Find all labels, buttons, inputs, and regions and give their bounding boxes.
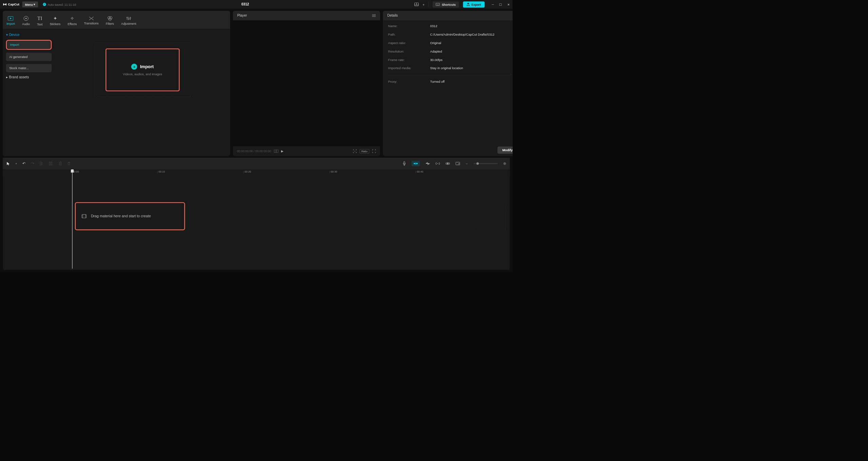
sidebar-device-header[interactable]: ▾ Device	[6, 33, 52, 37]
tab-audio[interactable]: Audio	[19, 13, 34, 29]
svg-rect-39	[446, 163, 447, 164]
details-title: Details	[383, 11, 513, 20]
split-button[interactable]	[49, 162, 53, 166]
zoom-out-button[interactable]: −	[466, 161, 468, 166]
svg-point-18	[126, 17, 127, 18]
svg-point-19	[128, 18, 129, 19]
split-left-button[interactable]	[40, 162, 43, 166]
tab-transitions[interactable]: Transitions	[80, 13, 102, 29]
autosave-status: ✓ Auto saved: 11:11:10	[43, 3, 76, 6]
svg-rect-27	[51, 162, 52, 165]
player-title: Player	[237, 14, 247, 18]
tab-import[interactable]: Import	[3, 13, 18, 29]
scan-icon[interactable]	[353, 149, 357, 153]
svg-point-6	[437, 4, 437, 4]
detail-label-proxy: Proxy:	[388, 80, 426, 84]
svg-rect-37	[428, 164, 429, 164]
detail-label-fps: Frame rate:	[388, 58, 426, 62]
detail-label-aspect: Aspect ratio:	[388, 41, 426, 45]
detail-value-path: C:/Users/Admin/Desktop/CapCut Drafts/031…	[430, 33, 513, 37]
split-right-button[interactable]	[58, 162, 62, 166]
detail-value-imported: Stay in original location	[430, 66, 513, 70]
tab-filters[interactable]: Filters	[102, 13, 117, 29]
export-button[interactable]: Export	[463, 1, 485, 7]
detail-value-resolution: Adapted	[430, 49, 513, 53]
chevron-down-icon: ▾	[34, 3, 35, 6]
svg-rect-22	[276, 150, 278, 153]
player-current-time: 00:00:00:00 / 00:00:00:00	[237, 149, 271, 153]
sidebar-item-stock-materials[interactable]: Stock mater...	[6, 64, 52, 72]
mic-button[interactable]	[403, 161, 406, 166]
tab-adjustment[interactable]: Adjustment	[118, 13, 140, 29]
detail-value-fps: 30.00fps	[430, 58, 513, 62]
link-button[interactable]	[436, 162, 440, 165]
svg-rect-36	[427, 163, 428, 163]
redo-button[interactable]: ↷	[31, 161, 34, 166]
chevron-down-icon[interactable]: ▾	[423, 2, 425, 6]
keyboard-icon	[436, 3, 440, 6]
sidebar-item-ai-generated[interactable]: AI generated	[6, 53, 52, 61]
ruler-mark: 00:20	[243, 170, 251, 173]
app-logo: CapCut	[3, 2, 19, 6]
fullscreen-icon[interactable]	[372, 149, 376, 153]
import-dropzone[interactable]: + Import Videos, audios, and images	[94, 43, 190, 97]
film-icon	[82, 214, 86, 218]
delete-button[interactable]	[67, 162, 70, 165]
cursor-dropdown[interactable]: ▾	[16, 162, 17, 165]
svg-rect-24	[40, 162, 41, 165]
svg-point-23	[354, 151, 355, 152]
zoom-slider[interactable]	[474, 163, 498, 164]
magnet-button[interactable]	[412, 161, 420, 166]
ruler-mark: 00:40	[415, 170, 423, 173]
svg-point-7	[438, 4, 438, 4]
shortcuts-button[interactable]: Shortcuts	[433, 1, 459, 7]
svg-point-8	[439, 4, 439, 4]
maximize-button[interactable]: ☐	[499, 2, 502, 6]
cover-button[interactable]	[456, 162, 460, 165]
tab-stickers[interactable]: ✦ Stickers	[46, 13, 64, 29]
layout-icon[interactable]	[414, 3, 419, 6]
tab-text[interactable]: TI Text	[34, 13, 46, 29]
compare-icon[interactable]	[274, 149, 278, 153]
plus-icon: +	[131, 64, 137, 70]
ratio-button[interactable]: Ratio	[360, 149, 370, 153]
svg-rect-40	[448, 163, 450, 164]
close-button[interactable]: ✕	[507, 2, 510, 6]
undo-button[interactable]: ↶	[22, 161, 25, 166]
timeline-drop-hint[interactable]: Drag material here and start to create	[75, 202, 185, 230]
svg-rect-3	[436, 3, 440, 6]
play-button[interactable]: ▶	[281, 149, 283, 153]
svg-point-20	[130, 17, 131, 18]
media-panel: Import Audio TI Text ✦ Stickers ✧ Effect…	[3, 11, 230, 156]
dropzone-subtitle: Videos, audios, and images	[123, 73, 162, 76]
project-title: 0312	[79, 2, 412, 6]
detail-label-resolution: Resolution:	[388, 49, 426, 53]
minimize-button[interactable]: ─	[492, 2, 494, 6]
filters-icon	[107, 16, 112, 21]
effects-icon: ✧	[70, 16, 74, 21]
svg-rect-44	[82, 215, 86, 218]
detail-value-name: 0312	[430, 24, 513, 28]
text-icon: TI	[37, 15, 42, 21]
timeline-panel: ▾ ↶ ↷ − ⊕ 00:00 00:10 00:20 00:30 00:40	[3, 158, 510, 270]
sidebar-brand-assets-header[interactable]: ▸ Brand assets	[6, 75, 52, 79]
svg-rect-32	[416, 163, 418, 164]
modify-button[interactable]: Modify	[497, 146, 513, 154]
check-icon: ✓	[43, 3, 46, 6]
cursor-tool[interactable]	[6, 162, 10, 166]
player-panel: Player 00:00:00:00 / 00:00:00:00 ▶ Ratio	[233, 11, 380, 156]
audio-icon	[23, 16, 28, 21]
svg-rect-31	[414, 163, 415, 164]
zoom-in-button[interactable]: ⊕	[503, 161, 506, 166]
player-menu-icon[interactable]	[372, 15, 376, 17]
transitions-icon	[88, 16, 94, 20]
menu-button[interactable]: Menu ▾	[22, 1, 38, 7]
align-button[interactable]	[446, 162, 450, 165]
stickers-icon: ✦	[53, 16, 57, 21]
player-viewport[interactable]	[233, 20, 380, 146]
tab-effects[interactable]: ✧ Effects	[64, 13, 80, 29]
preview-axis-button[interactable]	[426, 162, 430, 165]
sidebar-item-import[interactable]: Import	[6, 40, 52, 50]
timeline-ruler[interactable]: 00:00 00:10 00:20 00:30 00:40	[3, 169, 510, 176]
svg-rect-30	[404, 162, 405, 164]
